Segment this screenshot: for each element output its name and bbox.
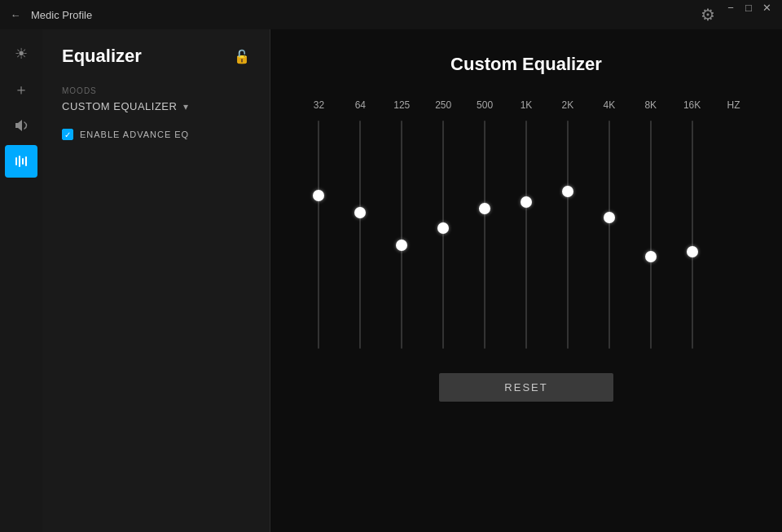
slider-thumb-1K[interactable]	[521, 196, 532, 208]
slider-thumb-500[interactable]	[479, 203, 490, 214]
slider-track-4K[interactable]	[608, 121, 610, 349]
svg-rect-0	[15, 157, 17, 165]
band-label-4K: 4K	[603, 99, 615, 111]
advance-eq-checkbox-row[interactable]: ENABLE ADVANCE EQ	[62, 129, 250, 140]
band-label-125: 125	[393, 99, 410, 111]
band-label-16K: 16K	[683, 99, 701, 111]
eq-bands-container: 32641252505001K2K4K8K16KHZ	[298, 99, 754, 349]
band-label-8K: 8K	[644, 99, 657, 111]
dropdown-arrow-icon: ▾	[183, 101, 188, 112]
track-line-250	[442, 121, 444, 349]
slider-track-250[interactable]	[442, 121, 444, 349]
slider-thumb-8K[interactable]	[645, 251, 657, 262]
sidebar-item-brightness[interactable]: ☀	[5, 37, 37, 70]
slider-track-32[interactable]	[318, 121, 319, 349]
slider-track-8K[interactable]	[650, 121, 652, 349]
track-line-1K	[525, 121, 527, 349]
sidebar-item-add[interactable]: ＋	[5, 73, 37, 106]
eq-band-2K: 2K	[547, 99, 588, 349]
main-layout: ☀ ＋ Equalizer 🔓 MOODS CUSTOM EQUALIZER ▾	[0, 29, 782, 532]
icon-sidebar: ☀ ＋	[0, 29, 42, 532]
preset-name: CUSTOM EQUALIZER	[62, 100, 177, 112]
hz-label-band: HZ	[713, 99, 754, 121]
panel-title: Equalizer	[62, 46, 142, 67]
preset-dropdown[interactable]: CUSTOM EQUALIZER ▾	[62, 100, 250, 112]
track-line-2K	[567, 121, 569, 349]
slider-track-125[interactable]	[401, 121, 402, 349]
lock-icon: 🔓	[234, 49, 250, 64]
slider-thumb-16K[interactable]	[687, 246, 698, 257]
eq-band-32: 32	[298, 99, 340, 349]
track-line-16K	[692, 121, 693, 349]
slider-thumb-4K[interactable]	[604, 212, 615, 223]
slider-track-2K[interactable]	[567, 121, 569, 349]
profile-title: Medic Profile	[31, 9, 92, 21]
eq-title: Custom Equalizer	[450, 54, 602, 75]
slider-track-64[interactable]	[359, 121, 361, 349]
maximize-button[interactable]: □	[743, 2, 754, 13]
slider-thumb-32[interactable]	[313, 190, 324, 201]
hz-label: HZ	[727, 99, 740, 111]
panel-header: Equalizer 🔓	[62, 46, 250, 67]
close-button[interactable]: ✕	[761, 2, 772, 13]
back-button[interactable]: ←	[10, 9, 21, 20]
slider-track-500[interactable]	[484, 121, 485, 349]
sidebar-item-equalizer[interactable]	[5, 145, 37, 178]
eq-band-1K: 1K	[506, 99, 547, 349]
eq-band-125: 125	[381, 99, 423, 349]
left-panel: Equalizer 🔓 MOODS CUSTOM EQUALIZER ▾ ENA…	[42, 29, 270, 532]
eq-band-8K: 8K	[630, 99, 671, 349]
band-label-500: 500	[477, 99, 493, 111]
slider-thumb-125[interactable]	[396, 240, 407, 251]
eq-band-4K: 4K	[588, 99, 630, 349]
band-label-2K: 2K	[562, 99, 574, 111]
section-label: MOODS	[62, 86, 250, 95]
window-controls: ⚙ − □ ✕	[697, 2, 772, 28]
svg-rect-1	[19, 156, 20, 167]
eq-band-250: 250	[423, 99, 464, 349]
track-line-4K	[608, 121, 610, 349]
slider-track-16K[interactable]	[692, 121, 693, 349]
title-bar: ← Medic Profile ⚙ − □ ✕	[0, 0, 782, 29]
track-line-64	[359, 121, 361, 349]
sidebar-item-volume[interactable]	[5, 109, 37, 142]
eq-band-500: 500	[464, 99, 506, 349]
minimize-button[interactable]: −	[725, 2, 736, 13]
svg-rect-3	[25, 156, 27, 166]
advance-eq-checkbox[interactable]	[62, 129, 73, 140]
settings-button[interactable]: ⚙	[697, 2, 718, 28]
slider-track-1K[interactable]	[525, 121, 527, 349]
eq-band-16K: 16K	[671, 99, 713, 349]
right-panel: Custom Equalizer 32641252505001K2K4K8K16…	[270, 29, 782, 532]
track-line-8K	[650, 121, 652, 349]
slider-thumb-250[interactable]	[437, 222, 449, 234]
band-label-32: 32	[314, 99, 324, 111]
band-label-1K: 1K	[521, 99, 533, 111]
band-label-250: 250	[435, 99, 451, 111]
track-line-500	[484, 121, 485, 349]
track-line-125	[401, 121, 402, 349]
reset-button[interactable]: RESET	[439, 373, 613, 402]
advance-eq-label: ENABLE ADVANCE EQ	[80, 130, 189, 139]
svg-rect-2	[22, 158, 24, 165]
slider-thumb-64[interactable]	[354, 207, 366, 218]
band-label-64: 64	[355, 99, 366, 111]
slider-thumb-2K[interactable]	[562, 186, 573, 197]
track-line-32	[318, 121, 319, 349]
eq-band-64: 64	[340, 99, 381, 349]
